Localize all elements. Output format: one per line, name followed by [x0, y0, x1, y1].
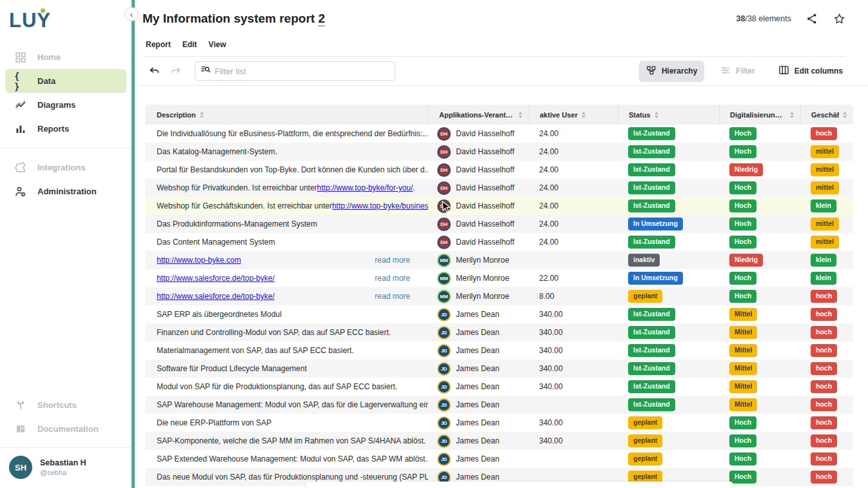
- owner-avatar[interactable]: JD: [437, 416, 451, 430]
- owner-avatar[interactable]: DH: [437, 127, 451, 141]
- owner-avatar[interactable]: DH: [437, 218, 451, 231]
- owner-cell: DHDavid Hasselhoff: [428, 161, 529, 179]
- read-more-link[interactable]: read more: [368, 274, 410, 283]
- undo-icon[interactable]: [147, 64, 161, 78]
- user-profile[interactable]: SH Sebastian H @sebha: [0, 448, 132, 488]
- description-cell: Das Katalog-Management-System.: [145, 143, 428, 161]
- table-row[interactable]: Das Produktinformations-Management Syste…: [145, 215, 853, 233]
- table-row[interactable]: SAP Extended Warehouse Management: Modul…: [145, 450, 853, 468]
- owner-avatar[interactable]: DH: [437, 181, 451, 195]
- owner-avatar[interactable]: JD: [437, 398, 451, 412]
- owner-cell: MMMerilyn Monroe: [428, 251, 529, 269]
- table-row[interactable]: SAP-Komponente, welche die SAP MM im Rah…: [145, 432, 853, 450]
- page-title[interactable]: My Information system report 2: [143, 12, 325, 26]
- share-icon[interactable]: [805, 12, 818, 25]
- description-link[interactable]: http://www.salesforce.de/top-byke/: [157, 292, 275, 301]
- sidebar-item-home: Home: [5, 45, 126, 69]
- table-row[interactable]: http://www.salesforce.de/top-byke/read m…: [145, 287, 853, 305]
- table-row[interactable]: Software für Product Lifecycle Managemen…: [145, 360, 853, 378]
- redo-icon[interactable]: [168, 64, 182, 78]
- sidebar-item-data[interactable]: { }Data: [5, 69, 126, 93]
- sidebar-collapse-button[interactable]: ‹: [124, 7, 139, 21]
- table-row[interactable]: Webshop für Privatkunden. Ist erreichbar…: [145, 179, 853, 197]
- owner-avatar[interactable]: DH: [437, 145, 451, 159]
- owner-avatar[interactable]: JD: [437, 380, 451, 394]
- filter-list-input[interactable]: [215, 66, 390, 76]
- filter-search-icon: [201, 65, 211, 77]
- column-label: Description: [157, 111, 196, 119]
- avatar[interactable]: SH: [9, 456, 32, 479]
- description-link[interactable]: http://www.top-byke/for-you/: [317, 183, 413, 192]
- read-more-link[interactable]: read more: [368, 292, 410, 301]
- table-row[interactable]: http://www.salesforce.de/top-byke/read m…: [145, 269, 853, 287]
- owner-avatar[interactable]: MM: [437, 272, 451, 285]
- table-row[interactable]: Das Content Management SystemDHDavid Has…: [145, 233, 853, 251]
- menu-view[interactable]: View: [208, 40, 226, 49]
- table-row[interactable]: Das Katalog-Management-System.DHDavid Ha…: [145, 143, 853, 161]
- horizontal-scrollbar[interactable]: [306, 482, 733, 488]
- read-more-link[interactable]: read more: [368, 256, 410, 265]
- app-window: LUY Home{ }DataDiagramsReportsIntegratio…: [0, 0, 868, 488]
- menu-report[interactable]: Report: [146, 40, 171, 49]
- table-row[interactable]: Modul von SAP für die Produktionsplanung…: [145, 378, 853, 396]
- hierarchy-button[interactable]: Hierarchy: [639, 61, 704, 82]
- column-header-2[interactable]: Applikations-Verantwortlicher: [428, 105, 529, 125]
- owner-name: David Hasselhoff: [456, 238, 515, 247]
- edit-columns-button[interactable]: Edit columns: [771, 60, 850, 82]
- table-row[interactable]: Portal für Bestandskunden von Top-Byke. …: [145, 161, 853, 179]
- column-header-1[interactable]: Description: [145, 105, 428, 125]
- table-row[interactable]: Webshop für Geschäftskunden. Ist erreich…: [145, 197, 853, 215]
- owner-avatar[interactable]: DH: [437, 163, 451, 177]
- owner-avatar[interactable]: JD: [437, 308, 451, 321]
- sort-icon[interactable]: [790, 112, 794, 118]
- table-row[interactable]: SAP ERP als übergeordnetes ModulJDJames …: [145, 305, 853, 323]
- table-row[interactable]: SAP Warehouse Management: Modul von SAP,…: [145, 396, 853, 414]
- sort-icon[interactable]: [655, 112, 658, 118]
- owner-avatar[interactable]: MM: [437, 290, 451, 303]
- owner-avatar[interactable]: JD: [437, 362, 451, 376]
- column-header-5[interactable]: Digitalisierungsgrad: [719, 105, 800, 125]
- owner-avatar[interactable]: JD: [437, 434, 451, 448]
- description-cell: SAP Warehouse Management: Modul von SAP,…: [145, 396, 428, 414]
- table-row[interactable]: http://www.top-byke.comread moreMMMerily…: [145, 251, 853, 269]
- owner-avatar[interactable]: DH: [437, 199, 451, 213]
- digitalization-badge: Mittel: [729, 326, 757, 338]
- active-users-cell: 340.00: [529, 341, 618, 360]
- table-row[interactable]: Materialmanagement von SAP, das auf SAP …: [145, 341, 853, 360]
- owner-avatar[interactable]: JD: [437, 452, 451, 466]
- table-row[interactable]: Die Individuallösung für eBusiness-Platt…: [145, 125, 853, 143]
- table-row[interactable]: Finanzen und Controlling-Modul von SAP, …: [145, 323, 853, 341]
- sort-icon[interactable]: [843, 112, 847, 118]
- owner-avatar[interactable]: JD: [437, 344, 451, 358]
- profile-name: Sebastian H: [40, 458, 86, 467]
- description-link[interactable]: http://www.top-byke/business/: [332, 201, 428, 210]
- column-header-4[interactable]: Status: [618, 105, 719, 125]
- filter-list-field[interactable]: [195, 61, 395, 81]
- owner-avatar[interactable]: DH: [437, 236, 451, 249]
- description-link[interactable]: http://www.top-byke.com: [157, 256, 241, 265]
- criticality-badge: hoch: [811, 380, 837, 392]
- sidebar-item-administration[interactable]: Administration: [5, 179, 126, 203]
- owner-avatar[interactable]: JD: [437, 326, 451, 340]
- criticality-badge: hoch: [811, 416, 837, 429]
- owner-name: James Dean: [456, 382, 499, 391]
- status-badge: In Umsetzung: [628, 218, 683, 230]
- owner-name: James Dean: [456, 310, 499, 319]
- filter-button[interactable]: Filter: [713, 61, 762, 82]
- table-row[interactable]: Die neue ERP-Plattform von SAPJDJames De…: [145, 414, 853, 432]
- favorite-star-icon[interactable]: [833, 12, 845, 25]
- sort-icon[interactable]: [582, 112, 586, 118]
- column-header-6[interactable]: Geschäftskritikalität: [800, 105, 853, 125]
- sort-icon[interactable]: [518, 112, 522, 118]
- owner-avatar[interactable]: MM: [437, 254, 451, 267]
- status-badge: In Umsetzung: [628, 272, 683, 284]
- sidebar-divider: [0, 148, 132, 148]
- sort-icon[interactable]: [200, 112, 204, 118]
- menu-edit[interactable]: Edit: [182, 40, 197, 49]
- owner-name: Merilyn Monroe: [456, 292, 509, 301]
- sidebar-item-diagrams[interactable]: Diagrams: [5, 93, 126, 117]
- description-text: Webshop für Geschäftskunden. Ist erreich…: [157, 201, 332, 210]
- sidebar-item-reports[interactable]: Reports: [5, 117, 126, 141]
- column-header-3[interactable]: aktive User: [529, 105, 618, 125]
- description-link[interactable]: http://www.salesforce.de/top-byke/: [157, 274, 275, 283]
